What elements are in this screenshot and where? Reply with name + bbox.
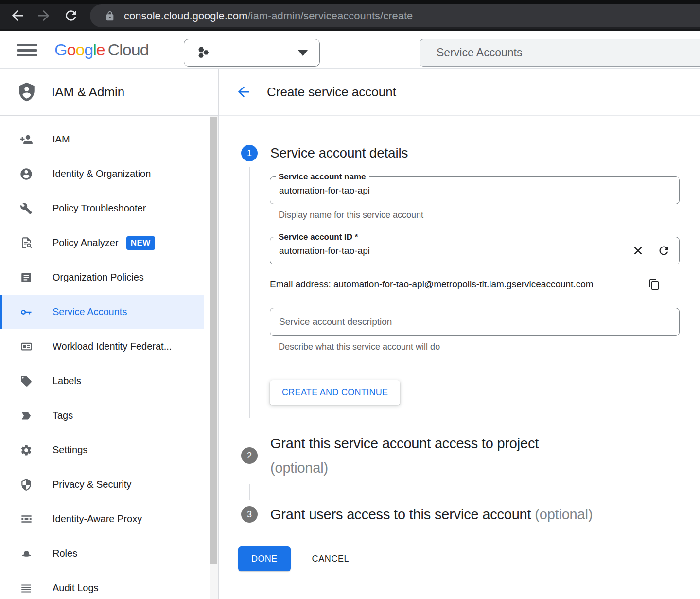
article-icon	[19, 271, 33, 284]
step-connector	[249, 167, 250, 418]
sidebar-nav: IAM Identity & Organization Policy Troub…	[0, 116, 218, 599]
sidebar-item-workload-identity-federation[interactable]: Workload Identity Federat...	[0, 329, 218, 364]
hexagons-icon	[196, 45, 211, 61]
iam-shield-icon	[17, 81, 37, 103]
sidebar-item-roles[interactable]: Roles	[0, 536, 218, 571]
sidebar-item-policy-analyzer[interactable]: Policy Analyzer NEW	[0, 226, 218, 260]
url-text: console.cloud.google.com/iam-admin/servi…	[124, 10, 413, 22]
sidebar-scrollbar-thumb[interactable]	[210, 117, 217, 564]
service-account-description-field[interactable]: Service account description	[270, 308, 680, 336]
form-actions: DONE CANCEL	[238, 546, 700, 571]
email-row: Email address: automation-for-tao-api@me…	[270, 279, 680, 290]
service-account-name-label: Service account name	[276, 172, 369, 182]
service-account-id-field[interactable]: Service account ID * automation-for-tao-…	[270, 237, 680, 264]
sidebar-item-iam[interactable]: IAM	[0, 122, 218, 157]
service-account-id-value: automation-for-tao-api	[279, 246, 370, 256]
id-card-icon	[19, 340, 33, 353]
back-arrow-icon[interactable]	[235, 83, 252, 101]
proxy-icon	[19, 512, 33, 526]
sidebar-item-tags[interactable]: Tags	[0, 398, 218, 433]
sidebar-item-label: Service Accounts	[52, 306, 127, 317]
list-icon	[19, 581, 33, 595]
email-address-text: Email address: automation-for-tao-api@me…	[270, 279, 594, 290]
create-and-continue-button[interactable]: CREATE AND CONTINUE	[270, 380, 400, 405]
service-account-name-value: automation-for-tao-api	[279, 185, 370, 196]
service-account-id-label: Service account ID *	[276, 232, 361, 242]
sidebar-item-service-accounts[interactable]: Service Accounts	[0, 295, 204, 329]
done-button[interactable]: DONE	[238, 546, 291, 571]
sidebar-title: IAM & Admin	[52, 85, 124, 100]
hamburger-menu-icon[interactable]	[18, 44, 37, 56]
cancel-button[interactable]: CANCEL	[312, 554, 350, 564]
clear-icon[interactable]	[631, 244, 645, 257]
sidebar-item-label: Privacy & Security	[52, 479, 131, 490]
main-pane: Create service account 1 Service account…	[219, 69, 700, 599]
sidebar-item-label: Roles	[52, 548, 77, 559]
step-1-number: 1	[241, 145, 258, 161]
step-2: 2 Grant this service account access to p…	[219, 431, 700, 480]
browser-toolbar: console.cloud.google.com/iam-admin/servi…	[0, 0, 700, 31]
gear-icon	[19, 443, 33, 457]
step-2-title: Grant this service account access to pro…	[270, 431, 680, 456]
step-3-optional: (optional)	[535, 507, 593, 522]
sidebar-item-settings[interactable]: Settings	[0, 433, 218, 467]
sidebar-item-policy-troubleshooter[interactable]: Policy Troubleshooter	[0, 191, 218, 226]
person-add-icon	[19, 133, 33, 146]
project-selector[interactable]	[184, 39, 320, 67]
step-1-title: Service account details	[270, 145, 680, 161]
app-header: GoogleCloud Service Accounts	[0, 31, 700, 69]
sidebar-item-label: Workload Identity Federat...	[52, 341, 172, 352]
sidebar-item-label: Policy Analyzer	[52, 237, 119, 248]
name-helper-text: Display name for this service account	[279, 210, 680, 220]
hat-icon	[19, 547, 33, 561]
reload-icon[interactable]	[62, 7, 80, 24]
sidebar-item-privacy-security[interactable]: Privacy & Security	[0, 467, 218, 502]
lock-icon	[105, 11, 115, 21]
sidebar-item-label: Audit Logs	[52, 582, 99, 594]
sidebar-scrollbar[interactable]	[210, 116, 218, 599]
step-3-title: Grant users access to this service accou…	[270, 507, 531, 522]
sidebar-item-identity-aware-proxy[interactable]: Identity-Aware Proxy	[0, 502, 218, 536]
new-badge: NEW	[126, 236, 155, 250]
sidebar-item-label: Identity & Organization	[52, 168, 151, 179]
sidebar-item-label: Policy Troubleshooter	[52, 203, 146, 214]
chevron-down-icon	[298, 50, 308, 56]
google-cloud-logo[interactable]: GoogleCloud	[54, 40, 149, 59]
search-input[interactable]: Service Accounts	[420, 39, 700, 67]
step-connector	[249, 484, 250, 500]
sidebar-item-label: Tags	[52, 410, 73, 421]
policy-analyzer-icon	[19, 236, 33, 250]
description-placeholder: Service account description	[279, 317, 392, 327]
description-helper-text: Describe what this service account will …	[279, 342, 680, 352]
step-3: 3 Grant users access to this service acc…	[219, 504, 700, 525]
step-2-optional: (optional)	[270, 456, 680, 480]
sidebar-item-labels[interactable]: Labels	[0, 364, 218, 398]
key-icon	[19, 305, 33, 319]
label-icon	[19, 374, 33, 388]
wrench-icon	[19, 202, 33, 215]
back-arrow-icon[interactable]	[9, 7, 26, 24]
copy-icon[interactable]	[648, 279, 660, 290]
sidebar-item-label: IAM	[52, 134, 70, 145]
address-bar[interactable]: console.cloud.google.com/iam-admin/servi…	[90, 4, 700, 27]
refresh-icon[interactable]	[657, 244, 670, 257]
sidebar-item-label: Identity-Aware Proxy	[52, 513, 142, 525]
sidebar-item-label: Labels	[52, 375, 81, 387]
step-2-number: 2	[241, 447, 258, 464]
sidebar-item-audit-logs[interactable]: Audit Logs	[0, 571, 218, 599]
sidebar-item-organization-policies[interactable]: Organization Policies	[0, 260, 218, 295]
sidebar-item-identity-organization[interactable]: Identity & Organization	[0, 157, 218, 191]
service-account-name-field[interactable]: Service account name automation-for-tao-…	[270, 176, 680, 204]
screen: console.cloud.google.com/iam-admin/servi…	[0, 0, 700, 599]
step-1: 1 Service account details Service accoun…	[219, 145, 700, 418]
sidebar-header: IAM & Admin	[0, 69, 218, 116]
page-title: Create service account	[267, 85, 396, 100]
sidebar-item-label: Organization Policies	[52, 272, 144, 283]
sidebar-item-label: Settings	[52, 444, 88, 456]
step-3-number: 3	[241, 506, 258, 523]
shield-half-icon	[19, 478, 33, 492]
forward-arrow-icon[interactable]	[35, 7, 52, 24]
account-circle-icon	[19, 167, 33, 181]
tag-icon	[19, 409, 33, 423]
page-header: Create service account	[219, 69, 700, 116]
